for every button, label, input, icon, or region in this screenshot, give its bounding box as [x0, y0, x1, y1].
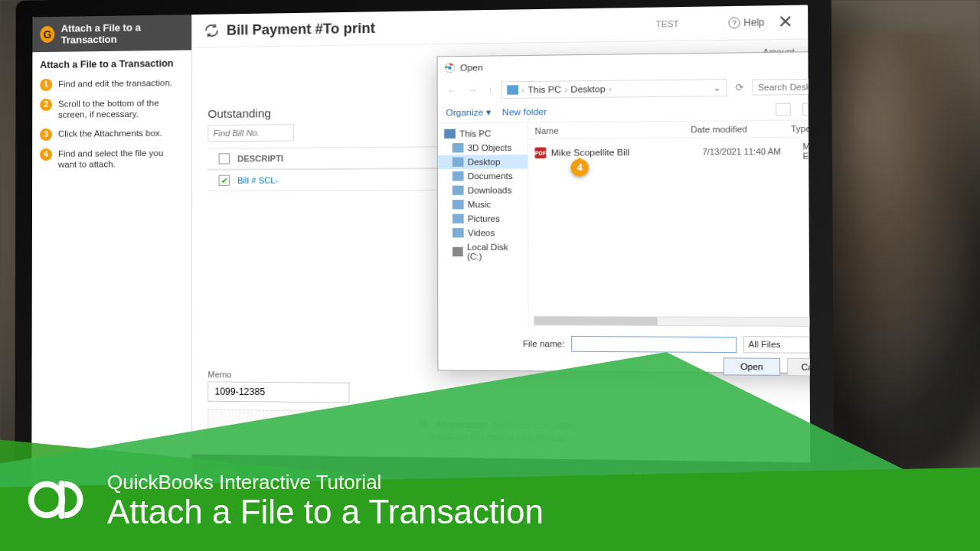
attachments-dropzone[interactable]: 📎AttachmentsMaximum size: 20MB Drag/Drop… [207, 409, 796, 453]
memo-input[interactable] [207, 381, 349, 403]
tree-pictures[interactable]: Pictures [438, 211, 528, 226]
file-date: 7/13/2021 11:40 AM [702, 146, 802, 156]
tree-desktop[interactable]: Desktop [438, 155, 528, 169]
recurring-icon [203, 22, 220, 40]
folder-icon [452, 228, 464, 237]
tutorial-step-4[interactable]: 4Find and select the file you want to at… [32, 143, 191, 174]
col-type[interactable]: Type [791, 123, 811, 133]
tree-downloads[interactable]: Downloads [438, 183, 528, 197]
tree-music[interactable]: Music [438, 197, 528, 212]
tutorial-step-1[interactable]: 1Find and edit the transaction. [32, 73, 191, 95]
page-title: Bill Payment #To print [227, 20, 375, 38]
print-check-button[interactable]: Print check [635, 471, 684, 484]
sidebar-header: G Attach a File to a Transaction [32, 15, 191, 52]
dialog-cancel-button[interactable]: Cancel [787, 358, 811, 377]
page-header: Bill Payment #To print TEST ?Help ✕ [192, 5, 808, 47]
guide-badge-icon: G [40, 26, 54, 43]
memo-label: Memo [207, 370, 349, 380]
tree-local-disk[interactable]: Local Disk (C:) [438, 240, 528, 263]
file-type: Microsoft Edge [802, 142, 810, 161]
memo-group: Memo [207, 370, 349, 403]
tutorial-sidebar: G Attach a File to a Transaction Attach … [31, 15, 192, 487]
folder-icon [507, 85, 518, 95]
dialog-body: This PC 3D Objects Desktop Documents Dow… [438, 120, 811, 330]
attachments-drop-text: Drag/Drop files here or click the icon [428, 431, 565, 442]
open-button[interactable]: Open [724, 357, 780, 376]
step-2-text: Scroll to the bottom of the screen, if n… [58, 97, 184, 120]
folder-icon [452, 186, 464, 195]
tree-3d-objects[interactable]: 3D Objects [438, 140, 528, 155]
order-checks-button[interactable]: Order checks [699, 472, 759, 484]
folder-icon [452, 143, 464, 152]
row-checkbox[interactable]: ✔ [219, 175, 230, 186]
crumb-this-pc[interactable]: This PC [528, 85, 560, 95]
app-screen: G Attach a File to a Transaction Attach … [31, 5, 810, 496]
disk-icon [452, 247, 463, 256]
select-all-checkbox[interactable] [219, 153, 230, 164]
chrome-icon [444, 62, 456, 73]
tutorial-step-3[interactable]: 3Click the Attachments box. [32, 123, 191, 145]
col-description: DESCRIPTI [237, 154, 283, 164]
view-mode-button[interactable] [776, 103, 791, 116]
folder-icon [452, 158, 464, 167]
file-name: Mike Scopellite Bill [551, 147, 703, 158]
quickbooks-logo-icon [28, 470, 87, 530]
folder-icon [452, 171, 464, 181]
svg-point-2 [31, 484, 63, 516]
step-1-text: Find and edit the transaction. [58, 77, 172, 91]
main-panel: Bill Payment #To print TEST ?Help ✕ Amou… [192, 5, 811, 496]
nav-up-icon[interactable]: ↑ [485, 86, 497, 95]
close-panel-button[interactable]: ✕ [774, 11, 796, 33]
paperclip-icon: 📎 [419, 419, 430, 430]
sidebar-subtitle: Attach a File to a Transaction [32, 50, 191, 75]
bill-link[interactable]: Bill # SCL- [237, 175, 278, 184]
test-label: TEST [655, 19, 678, 29]
pc-icon [444, 129, 456, 139]
tree-videos[interactable]: Videos [438, 226, 528, 240]
find-bill-input[interactable] [207, 124, 294, 142]
crumb-dropdown-icon[interactable]: ⌄ [713, 82, 721, 93]
preview-pane-button[interactable] [802, 103, 810, 116]
nav-forward-icon[interactable]: → [465, 86, 481, 96]
file-list: Name Date modified Type PDF Mike Scopell… [528, 120, 811, 330]
tree-this-pc[interactable]: This PC [438, 126, 528, 141]
more-button[interactable]: More [774, 473, 797, 484]
step-4-text: Find and select the file you want to att… [58, 147, 184, 170]
dialog-title: Open [460, 58, 810, 72]
file-open-dialog: Open ✕ ← → ↑ › This PC › Desktop › ⌄ [437, 51, 811, 374]
folder-icon [452, 214, 464, 223]
col-date[interactable]: Date modified [691, 124, 791, 135]
folder-icon [452, 200, 464, 209]
nav-back-icon[interactable]: ← [444, 86, 459, 96]
tutorial-marker-4: 4 [570, 159, 589, 183]
dialog-search-input[interactable] [752, 78, 810, 95]
dialog-toolbar: Organize ▾ New folder ? [438, 99, 811, 124]
help-link[interactable]: ?Help [729, 17, 765, 28]
file-list-header: Name Date modified Type [528, 120, 811, 139]
scrollbar-thumb[interactable] [534, 317, 658, 325]
pdf-icon: PDF [534, 147, 546, 158]
attachments-hint: Maximum size: 20MB [493, 420, 575, 431]
new-folder-button[interactable]: New folder [502, 107, 547, 117]
banner-line-1: QuickBooks Interactive Tutorial [107, 471, 544, 494]
file-type-filter[interactable]: All Files⌄ [743, 336, 811, 354]
tree-documents[interactable]: Documents [438, 168, 528, 183]
file-name-label: File name: [523, 338, 565, 348]
col-name[interactable]: Name [534, 125, 691, 135]
banner-line-2: Attach a File to a Transaction [107, 494, 544, 530]
breadcrumb[interactable]: › This PC › Desktop › ⌄ [501, 79, 727, 99]
refresh-icon[interactable]: ⟳ [732, 82, 747, 93]
dialog-bottom: File name: All Files⌄ Open Cancel [438, 328, 810, 383]
file-name-input[interactable] [571, 335, 737, 352]
svg-rect-3 [59, 481, 65, 519]
monitor-frame: G Attach a File to a Transaction Attach … [15, 0, 834, 520]
organize-menu[interactable]: Organize ▾ [446, 106, 491, 118]
crumb-desktop[interactable]: Desktop [570, 84, 605, 94]
horizontal-scrollbar[interactable] [534, 316, 811, 327]
sidebar-header-title: Attach a File to a Transaction [61, 21, 184, 45]
tutorial-step-2[interactable]: 2Scroll to the bottom of the screen, if … [32, 93, 191, 125]
folder-tree: This PC 3D Objects Desktop Documents Dow… [438, 123, 529, 329]
attachments-title: Attachments [436, 419, 487, 429]
help-label: Help [743, 17, 764, 28]
step-3-text: Click the Attachments box. [58, 127, 162, 140]
